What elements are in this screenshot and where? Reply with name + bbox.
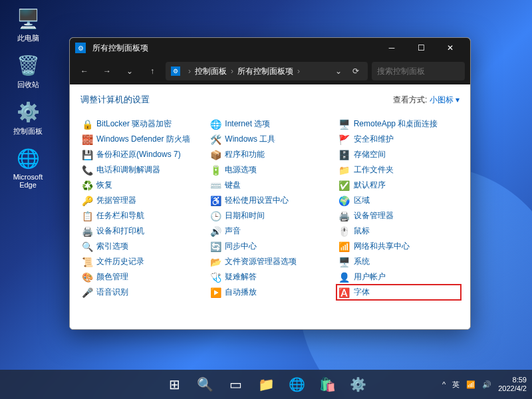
cp-item[interactable]: ▶️ 自动播放 <box>209 286 331 299</box>
cp-item[interactable]: 🗄️ 存储空间 <box>338 148 460 161</box>
cp-item[interactable]: 🅰️ 字体 <box>338 286 460 299</box>
cp-item-icon: 🖥️ <box>339 119 350 130</box>
view-dropdown[interactable]: 小图标 ▾ <box>430 95 460 104</box>
cp-item[interactable]: ♻️ 恢复 <box>80 179 202 192</box>
cp-item[interactable]: 🔑 凭据管理器 <box>80 194 202 207</box>
cp-item[interactable]: 🎤 语音识别 <box>80 286 202 299</box>
up-button[interactable]: ↑ <box>143 62 162 80</box>
cp-item[interactable]: 📂 文件资源管理器选项 <box>209 255 331 268</box>
cp-item-label: 电源选项 <box>225 164 257 176</box>
search-box[interactable]: 🔍 <box>372 62 465 80</box>
cp-item[interactable]: 🚩 安全和维护 <box>338 133 460 146</box>
cp-item-icon: 📶 <box>339 241 350 252</box>
minimize-button[interactable]: ─ <box>377 38 406 58</box>
edge-icon: 🌐 <box>16 146 40 170</box>
cp-item[interactable]: 🖥️ 系统 <box>338 255 460 268</box>
taskbar-center: ⊞🔍▭📁🌐🛍️⚙️ <box>161 371 371 398</box>
cp-item[interactable]: 💾 备份和还原(Windows 7) <box>80 148 202 161</box>
cp-item[interactable]: 📶 网络和共享中心 <box>338 240 460 253</box>
taskbar-search[interactable]: 🔍 <box>192 371 218 398</box>
cp-item[interactable]: ⌨️ 键盘 <box>209 179 331 192</box>
cp-item[interactable]: 🖨️ 设备管理器 <box>338 209 460 222</box>
volume-icon[interactable]: 🔊 <box>482 380 491 389</box>
tray-chevron-icon[interactable]: ^ <box>442 380 446 388</box>
breadcrumb-current[interactable]: 所有控制面板项 <box>237 66 293 77</box>
forward-button[interactable]: → <box>98 62 116 80</box>
desktop-icon-this-pc[interactable]: 🖥️ 此电脑 <box>7 7 49 43</box>
cp-item[interactable]: 📋 任务栏和导航 <box>80 209 202 222</box>
desktop-icon-recycle-bin[interactable]: 🗑️ 回收站 <box>7 53 49 90</box>
cp-item-label: Internet 选项 <box>225 118 270 130</box>
cp-item-label: 电话和调制解调器 <box>96 164 160 176</box>
recent-dropdown[interactable]: ⌄ <box>120 62 139 80</box>
taskbar-edge[interactable]: 🌐 <box>283 371 310 398</box>
ime-indicator[interactable]: 英 <box>452 380 460 390</box>
cp-item[interactable]: 🔍 索引选项 <box>80 240 202 253</box>
navbar: ← → ⌄ ↑ ⚙ › 控制面板 › 所有控制面板项 › ⌄ ⟳ 🔍 <box>70 58 470 84</box>
cp-item-icon: 🖨️ <box>82 226 92 237</box>
cp-item-icon: 🕒 <box>210 211 221 221</box>
close-button[interactable]: ✕ <box>436 38 465 58</box>
address-dropdown[interactable]: ⌄ <box>332 62 345 80</box>
items-grid: 🔒 BitLocker 驱动器加密🌐 Internet 选项🖥️ RemoteA… <box>80 118 460 299</box>
cp-item-icon: 🖱️ <box>339 226 350 237</box>
cp-item-label: 程序和功能 <box>225 149 265 160</box>
cp-item-icon: 📦 <box>210 150 221 160</box>
address-bar[interactable]: ⚙ › 控制面板 › 所有控制面板项 › ⌄ ⟳ <box>166 62 368 80</box>
cp-item[interactable]: 📁 工作文件夹 <box>338 164 460 176</box>
this-pc-icon: 🖥️ <box>16 7 40 31</box>
cp-item[interactable]: 🧱 Windows Defender 防火墙 <box>80 133 202 146</box>
cp-item-icon: ♻️ <box>82 180 92 191</box>
cp-item[interactable]: 📦 程序和功能 <box>209 148 331 161</box>
maximize-button[interactable]: ☐ <box>406 38 436 58</box>
cp-item[interactable]: 🔒 BitLocker 驱动器加密 <box>80 118 202 130</box>
cp-item[interactable]: 🕒 日期和时间 <box>209 209 331 222</box>
taskbar-control-panel-task[interactable]: ⚙️ <box>344 371 371 398</box>
cp-item[interactable]: 🖱️ 鼠标 <box>338 225 460 237</box>
cp-item[interactable]: 👤 用户帐户 <box>338 271 460 283</box>
cp-item-icon: 🎤 <box>82 287 92 298</box>
cp-item[interactable]: 🔊 声音 <box>209 225 331 237</box>
titlebar[interactable]: ⚙ 所有控制面板项 ─ ☐ ✕ <box>70 38 470 58</box>
cp-item-icon: 🚩 <box>339 134 350 145</box>
clock[interactable]: 8:59 2022/4/2 <box>498 376 527 393</box>
cp-item[interactable]: ✅ 默认程序 <box>338 179 460 192</box>
cp-item[interactable]: 🖨️ 设备和打印机 <box>80 225 202 237</box>
refresh-button[interactable]: ⟳ <box>349 62 362 80</box>
cp-item[interactable]: 🛠️ Windows 工具 <box>209 133 331 146</box>
cp-item[interactable]: 🔄 同步中心 <box>209 240 331 253</box>
cp-item[interactable]: 🖥️ RemoteApp 和桌面连接 <box>338 118 460 130</box>
cp-item-icon: 🌍 <box>339 196 350 206</box>
system-tray: ^ 英 📶 🔊 8:59 2022/4/2 <box>442 376 527 393</box>
cp-item-label: 键盘 <box>225 180 241 191</box>
cp-item-label: 任务栏和导航 <box>96 210 144 221</box>
taskbar-explorer[interactable]: 📁 <box>253 371 279 398</box>
breadcrumb-root[interactable]: 控制面板 <box>195 66 227 77</box>
cp-item[interactable]: 🌐 Internet 选项 <box>209 118 331 130</box>
taskbar-store[interactable]: 🛍️ <box>314 371 340 398</box>
cp-item-icon: 🗄️ <box>339 150 350 160</box>
taskbar-start[interactable]: ⊞ <box>161 371 188 398</box>
cp-item-label: 工作文件夹 <box>354 164 394 176</box>
cp-item[interactable]: 🎨 颜色管理 <box>80 271 202 283</box>
search-input[interactable] <box>377 66 471 76</box>
cp-item-icon: 📂 <box>210 257 221 267</box>
view-mode[interactable]: 查看方式: 小图标 ▾ <box>393 94 460 106</box>
cp-item-icon: 🖨️ <box>339 211 350 221</box>
taskbar-taskview[interactable]: ▭ <box>222 371 249 398</box>
desktop-icon-edge[interactable]: 🌐 Microsoft Edge <box>7 146 49 189</box>
cp-item[interactable]: 📜 文件历史记录 <box>80 255 202 268</box>
cp-item[interactable]: 🌍 区域 <box>338 194 460 207</box>
cp-item[interactable]: 🔋 电源选项 <box>209 164 331 176</box>
back-button[interactable]: ← <box>75 62 94 80</box>
cp-item[interactable]: 📞 电话和调制解调器 <box>80 164 202 176</box>
cp-item-label: 语音识别 <box>96 287 128 298</box>
cp-item[interactable]: 🩺 疑难解答 <box>209 271 331 283</box>
control-panel-icon: ⚙ <box>75 43 86 53</box>
desktop-icon-control-panel[interactable]: ⚙️ 控制面板 <box>7 100 49 136</box>
cp-item[interactable]: ♿ 轻松使用设置中心 <box>209 194 331 207</box>
cp-item-label: RemoteApp 和桌面连接 <box>354 118 438 130</box>
cp-item-label: 轻松使用设置中心 <box>225 195 289 206</box>
network-icon[interactable]: 📶 <box>466 380 475 389</box>
desktop-icon-label: 回收站 <box>7 80 49 90</box>
